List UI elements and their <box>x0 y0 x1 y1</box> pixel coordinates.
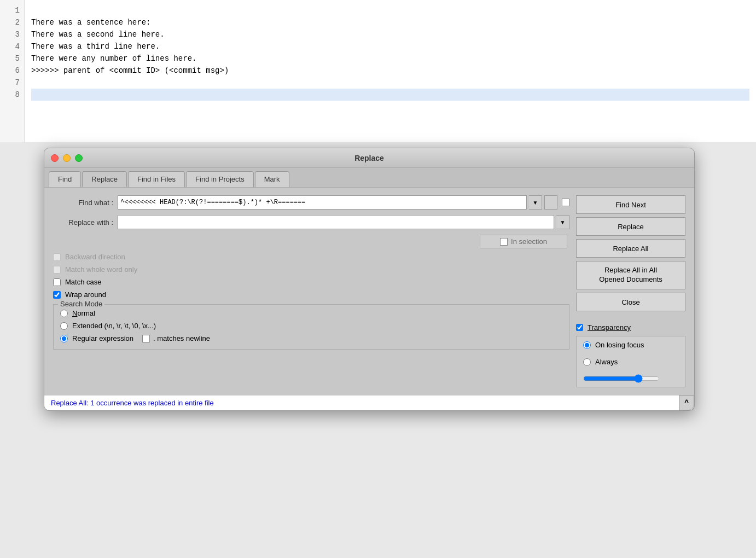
corner-button[interactable]: ^ <box>679 395 694 410</box>
regex-radio-row: Regular expression . matches newline <box>60 334 562 342</box>
extended-radio[interactable] <box>60 322 68 330</box>
tab-find-in-projects[interactable]: Find in Projects <box>186 171 254 187</box>
replace-all-opened-button[interactable]: Replace All in AllOpened Documents <box>576 261 685 289</box>
line-numbers: 1 2 3 4 5 6 7 8 <box>0 0 25 142</box>
line-number: 3 <box>4 28 20 40</box>
transparency-options: On losing focus Always <box>576 336 685 387</box>
wrap-around-label: Wrap around <box>65 290 106 299</box>
editor-line-highlighted <box>31 89 749 101</box>
in-selection-row: In selection <box>53 235 569 248</box>
find-what-checkbox[interactable] <box>562 199 569 206</box>
normal-radio-row: Normal <box>60 309 562 317</box>
line-number: 8 <box>4 89 20 101</box>
tab-find-in-files[interactable]: Find in Files <box>128 171 185 187</box>
line-number: 1 <box>4 4 20 16</box>
replace-with-input[interactable] <box>118 215 554 229</box>
title-bar-buttons <box>51 154 83 162</box>
match-whole-word-row: Match whole word only <box>53 265 569 274</box>
dialog-title: Replace <box>354 154 384 162</box>
line-number: 5 <box>4 53 20 65</box>
close-window-button[interactable] <box>51 154 59 162</box>
editor-line: There were any number of lines here. <box>31 53 749 65</box>
on-losing-focus-row: On losing focus <box>583 341 678 349</box>
line-number: 7 <box>4 77 20 89</box>
dialog-body: Find what : ▼ Replace with : <box>44 188 694 395</box>
replace-with-dropdown-button[interactable]: ▼ <box>556 215 569 229</box>
editor-line <box>31 77 749 89</box>
match-whole-word-checkbox[interactable] <box>53 266 61 274</box>
regex-label: Regular expression <box>72 334 133 342</box>
transparency-label: Transparency <box>588 323 631 332</box>
wrap-around-row: Wrap around <box>53 290 569 299</box>
editor-content[interactable]: There was a sentence here: There was a s… <box>25 0 756 142</box>
in-selection-checkbox-box[interactable] <box>500 238 508 246</box>
in-selection-checkbox-group[interactable]: In selection <box>480 235 567 248</box>
search-mode-group: Search Mode Normal Extended (\n, \r, \t,… <box>53 304 569 350</box>
find-what-label: Find what : <box>53 199 113 207</box>
in-selection-label: In selection <box>511 237 547 246</box>
regex-radio[interactable] <box>60 335 68 342</box>
search-mode-label: Search Mode <box>58 300 104 308</box>
match-whole-word-label: Match whole word only <box>65 265 137 274</box>
editor-line: There was a third line here. <box>31 40 749 53</box>
normal-label: Normal <box>72 309 95 317</box>
dot-matches-newline-checkbox[interactable] <box>142 335 150 342</box>
find-next-button[interactable]: Find Next <box>576 195 685 214</box>
transparency-checkbox[interactable] <box>576 324 583 331</box>
backward-direction-label: Backward direction <box>65 253 125 261</box>
replace-button[interactable]: Replace <box>576 217 685 236</box>
status-bar: Replace All: 1 occurrence was replaced i… <box>44 395 694 410</box>
close-button[interactable]: Close <box>576 293 685 311</box>
tab-replace[interactable]: Replace <box>82 171 127 187</box>
always-label: Always <box>595 358 618 366</box>
maximize-window-button[interactable] <box>75 154 83 162</box>
on-losing-focus-radio[interactable] <box>583 341 591 349</box>
line-number: 2 <box>4 16 20 28</box>
extended-radio-row: Extended (\n, \r, \t, \0, \x...) <box>60 322 562 330</box>
match-case-label: Match case <box>65 278 101 286</box>
tabs-bar: Find Replace Find in Files Find in Proje… <box>44 168 694 188</box>
transparency-header: Transparency <box>576 323 685 332</box>
tab-mark[interactable]: Mark <box>255 171 289 187</box>
replace-with-label: Replace with : <box>53 218 113 226</box>
always-row: Always <box>583 358 678 366</box>
title-bar: Replace <box>44 148 694 168</box>
editor: 1 2 3 4 5 6 7 8 There was a sentence her… <box>0 0 756 142</box>
backward-direction-row: Backward direction <box>53 253 569 261</box>
options-section: Backward direction Match whole word only… <box>53 253 569 299</box>
backward-direction-checkbox[interactable] <box>53 253 61 261</box>
find-what-extra-button[interactable] <box>544 195 557 210</box>
transparency-slider-row <box>583 375 678 382</box>
match-case-row: Match case <box>53 278 569 286</box>
extended-label: Extended (\n, \r, \t, \0, \x...) <box>72 322 156 330</box>
line-number: 6 <box>4 65 20 77</box>
find-what-dropdown-button[interactable]: ▼ <box>529 195 542 210</box>
line-number: 4 <box>4 40 20 53</box>
editor-line: >>>>>> parent of <commit ID> (<commit ms… <box>31 65 749 77</box>
replace-all-button[interactable]: Replace All <box>576 239 685 258</box>
find-what-input[interactable] <box>118 195 527 210</box>
match-case-checkbox[interactable] <box>53 278 61 286</box>
transparency-section: Transparency On losing focus Always <box>576 323 685 387</box>
tab-find[interactable]: Find <box>49 171 81 187</box>
dialog-window: Replace Find Replace Find in Files Find … <box>44 148 695 411</box>
find-what-row: Find what : ▼ <box>53 195 569 210</box>
replace-input-group: ▼ <box>118 215 569 229</box>
wrap-around-checkbox[interactable] <box>53 291 61 299</box>
editor-line <box>31 4 749 16</box>
replace-with-row: Replace with : ▼ <box>53 215 569 229</box>
status-message: Replace All: 1 occurrence was replaced i… <box>51 399 214 407</box>
dot-matches-newline-group: . matches newline <box>142 334 210 342</box>
always-radio[interactable] <box>583 358 591 366</box>
normal-radio[interactable] <box>60 310 68 317</box>
editor-line: There was a second line here. <box>31 28 749 40</box>
editor-line: There was a sentence here: <box>31 16 749 28</box>
of-text: of <box>96 66 105 75</box>
on-losing-focus-label: On losing focus <box>595 341 644 349</box>
minimize-window-button[interactable] <box>63 154 71 162</box>
dialog-overlay: Replace Find Replace Find in Files Find … <box>44 148 695 411</box>
find-input-group: ▼ <box>118 195 557 210</box>
transparency-slider[interactable] <box>583 375 660 382</box>
right-buttons-panel: Find Next Replace Replace All Replace Al… <box>576 195 685 387</box>
dot-matches-newline-label: . matches newline <box>153 334 210 342</box>
